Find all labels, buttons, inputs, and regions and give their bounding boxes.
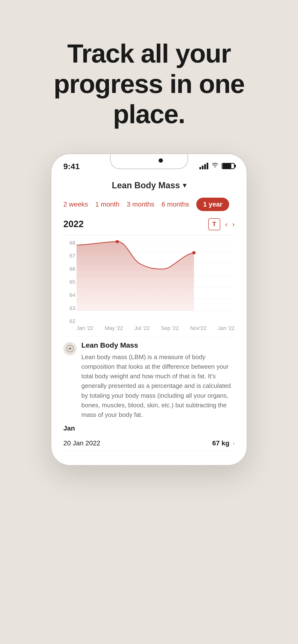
status-time: 9:41 [63, 159, 80, 171]
time-filters: 2 weeks 1 month 3 months 6 months 1 year [63, 198, 235, 211]
chart-y-axis: 68 67 66 65 64 63 62 [63, 240, 75, 324]
month-section: Jan 20 Jan 2022 67 kg › [63, 424, 235, 451]
x-label-may22: May '22 [105, 325, 123, 331]
x-label-nov22: Nov'22 [190, 325, 206, 331]
signal-icon [199, 163, 208, 170]
wifi-icon [211, 162, 219, 170]
y-label-67: 67 [63, 253, 75, 258]
chart-controls: T ‹ › [208, 218, 235, 230]
chart-divider [63, 235, 235, 236]
filter-2weeks[interactable]: 2 weeks [63, 198, 88, 210]
y-label-62: 62 [63, 319, 75, 324]
svg-point-9 [69, 348, 71, 350]
table-row[interactable]: 20 Jan 2022 67 kg › [63, 436, 235, 451]
info-text-block: Lean Body Mass Lean body mass (LBM) is a… [81, 341, 235, 420]
chevron-down-icon[interactable]: ▾ [183, 181, 186, 189]
entry-value: 67 kg [212, 440, 229, 447]
status-icons [199, 159, 235, 170]
y-label-63: 63 [63, 306, 75, 311]
info-divider [63, 336, 235, 336]
chart-header: 2022 T ‹ › [63, 218, 235, 230]
entry-value-group: 67 kg › [212, 440, 235, 447]
y-label-65: 65 [63, 279, 75, 284]
phone-mockup: 9:41 Lean Body [51, 153, 247, 466]
next-arrow-icon[interactable]: › [232, 220, 235, 228]
entry-date: 20 Jan 2022 [63, 440, 100, 447]
y-label-66: 66 [63, 266, 75, 272]
chart-svg [77, 240, 235, 324]
month-label: Jan [63, 424, 235, 432]
info-section: Lean Body Mass Lean body mass (LBM) is a… [63, 341, 235, 420]
hero-section: Track all your progress in one place. [0, 38, 298, 130]
row-chevron-icon: › [233, 440, 235, 446]
prev-arrow-icon[interactable]: ‹ [225, 220, 227, 228]
screen-title-bar[interactable]: Lean Body Mass ▾ [63, 180, 235, 190]
chart-point-nov [192, 251, 196, 254]
table-toggle-button[interactable]: T [208, 218, 220, 230]
battery-icon [222, 163, 235, 169]
y-label-64: 64 [63, 292, 75, 298]
hero-title: Track all your progress in one place. [24, 38, 274, 130]
x-label-sep22: Sep '22 [161, 325, 179, 331]
screen-content: Lean Body Mass ▾ 2 weeks 1 month 3 month… [51, 178, 247, 451]
chart-area-fill [77, 242, 194, 311]
x-label-jan22-end: Jan '22 [218, 325, 235, 331]
x-label-jan22-start: Jan '22 [77, 325, 93, 331]
chart-plot [77, 240, 235, 324]
filter-3months[interactable]: 3 months [127, 198, 154, 210]
info-title: Lean Body Mass [81, 341, 235, 349]
x-label-jul22: Jul '22 [135, 325, 150, 331]
chart-area: 68 67 66 65 64 63 62 [63, 240, 235, 331]
metric-title: Lean Body Mass [112, 180, 180, 190]
chart-x-axis: Jan '22 May '22 Jul '22 Sep '22 Nov'22 J… [77, 325, 235, 331]
info-description: Lean body mass (LBM) is a measure of bod… [81, 352, 235, 420]
filter-1year[interactable]: 1 year [196, 198, 229, 211]
svg-point-0 [215, 166, 215, 168]
filter-6months[interactable]: 6 months [162, 198, 189, 210]
y-label-68: 68 [63, 240, 75, 246]
chart-year: 2022 [63, 219, 84, 229]
phone-notch: 9:41 [51, 154, 247, 178]
lean-body-mass-icon [63, 342, 77, 355]
filter-1month[interactable]: 1 month [95, 198, 119, 210]
